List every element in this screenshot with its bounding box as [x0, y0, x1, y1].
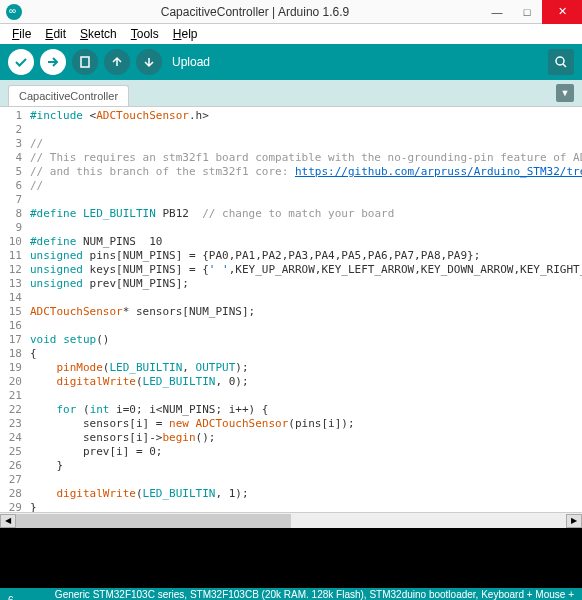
upload-button[interactable]	[40, 49, 66, 75]
code-line[interactable]: unsigned pins[NUM_PINS] = {PA0,PA1,PA2,P…	[30, 249, 578, 263]
code-line[interactable]: // and this branch of the stm32f1 core: …	[30, 165, 578, 179]
code-line[interactable]	[30, 123, 578, 137]
svg-point-1	[556, 57, 564, 65]
line-number: 18	[0, 347, 22, 361]
code-line[interactable]: digitalWrite(LED_BUILTIN, 1);	[30, 487, 578, 501]
line-number: 15	[0, 305, 22, 319]
code-line[interactable]: unsigned keys[NUM_PINS] = {' ',KEY_UP_AR…	[30, 263, 578, 277]
line-number: 10	[0, 235, 22, 249]
console-output	[0, 528, 582, 588]
statusbar: 6 Generic STM32F103C series, STM32F103CB…	[0, 588, 582, 600]
code-line[interactable]: sensors[i]->begin();	[30, 431, 578, 445]
line-number: 4	[0, 151, 22, 165]
code-line[interactable]: prev[i] = 0;	[30, 445, 578, 459]
window-controls: — □ ✕	[482, 0, 582, 24]
line-number: 2	[0, 123, 22, 137]
code-line[interactable]	[30, 291, 578, 305]
arrow-right-icon	[46, 55, 60, 69]
tabbar: CapacitiveController ▼	[0, 80, 582, 106]
code-line[interactable]: }	[30, 459, 578, 473]
scroll-thumb[interactable]	[16, 514, 291, 528]
line-number: 8	[0, 207, 22, 221]
menu-tools[interactable]: Tools	[125, 25, 165, 43]
maximize-button[interactable]: □	[512, 0, 542, 24]
line-number: 7	[0, 193, 22, 207]
save-button[interactable]	[136, 49, 162, 75]
minimize-button[interactable]: —	[482, 0, 512, 24]
code-line[interactable]: ADCTouchSensor* sensors[NUM_PINS];	[30, 305, 578, 319]
line-number: 14	[0, 291, 22, 305]
code-line[interactable]	[30, 193, 578, 207]
close-button[interactable]: ✕	[542, 0, 582, 24]
window-title: CapacitiveController | Arduino 1.6.9	[28, 5, 482, 19]
code-line[interactable]: #include <ADCTouchSensor.h>	[30, 109, 578, 123]
code-line[interactable]: pinMode(LED_BUILTIN, OUTPUT);	[30, 361, 578, 375]
arduino-app-icon	[6, 4, 22, 20]
code-line[interactable]	[30, 389, 578, 403]
new-button[interactable]	[72, 49, 98, 75]
tab-main[interactable]: CapacitiveController	[8, 85, 129, 106]
upload-label: Upload	[172, 55, 210, 69]
code-line[interactable]: // This requires an stm32f1 board compat…	[30, 151, 578, 165]
editor[interactable]: 1234567891011121314151617181920212223242…	[0, 106, 582, 512]
line-number: 3	[0, 137, 22, 151]
code-line[interactable]	[30, 319, 578, 333]
tab-menu-button[interactable]: ▼	[556, 84, 574, 102]
code-line[interactable]: #define LED_BUILTIN PB12 // change to ma…	[30, 207, 578, 221]
line-number: 26	[0, 459, 22, 473]
line-number: 9	[0, 221, 22, 235]
code-line[interactable]: //	[30, 179, 578, 193]
line-number: 27	[0, 473, 22, 487]
serial-monitor-button[interactable]	[548, 49, 574, 75]
line-number: 20	[0, 375, 22, 389]
code-line[interactable]: unsigned prev[NUM_PINS];	[30, 277, 578, 291]
line-number: 1	[0, 109, 22, 123]
toolbar: Upload	[0, 44, 582, 80]
check-icon	[14, 55, 28, 69]
line-number: 21	[0, 389, 22, 403]
verify-button[interactable]	[8, 49, 34, 75]
scroll-right-button[interactable]: ▶	[566, 514, 582, 528]
code-line[interactable]: {	[30, 347, 578, 361]
line-number: 29	[0, 501, 22, 512]
line-number: 16	[0, 319, 22, 333]
menubar: File Edit Sketch Tools Help	[0, 24, 582, 44]
line-number: 5	[0, 165, 22, 179]
code-line[interactable]	[30, 473, 578, 487]
code-line[interactable]: #define NUM_PINS 10	[30, 235, 578, 249]
svg-line-2	[563, 64, 566, 67]
code-area[interactable]: #include <ADCTouchSensor.h> //// This re…	[26, 107, 582, 512]
menu-edit[interactable]: Edit	[39, 25, 72, 43]
status-line-number: 6	[8, 595, 28, 601]
code-line[interactable]: }	[30, 501, 578, 512]
line-number: 25	[0, 445, 22, 459]
code-line[interactable]: digitalWrite(LED_BUILTIN, 0);	[30, 375, 578, 389]
line-number: 22	[0, 403, 22, 417]
line-number: 28	[0, 487, 22, 501]
code-line[interactable]: for (int i=0; i<NUM_PINS; i++) {	[30, 403, 578, 417]
line-number: 13	[0, 277, 22, 291]
menu-help[interactable]: Help	[167, 25, 204, 43]
scroll-left-button[interactable]: ◀	[0, 514, 16, 528]
menu-file[interactable]: File	[6, 25, 37, 43]
line-gutter: 1234567891011121314151617181920212223242…	[0, 107, 26, 512]
line-number: 12	[0, 263, 22, 277]
arrow-up-icon	[111, 56, 123, 68]
line-number: 6	[0, 179, 22, 193]
line-number: 19	[0, 361, 22, 375]
code-line[interactable]: //	[30, 137, 578, 151]
line-number: 23	[0, 417, 22, 431]
code-line[interactable]	[30, 221, 578, 235]
file-icon	[79, 56, 91, 68]
titlebar: CapacitiveController | Arduino 1.6.9 — □…	[0, 0, 582, 24]
open-button[interactable]	[104, 49, 130, 75]
arrow-down-icon	[143, 56, 155, 68]
code-line[interactable]: void setup()	[30, 333, 578, 347]
menu-sketch[interactable]: Sketch	[74, 25, 123, 43]
line-number: 11	[0, 249, 22, 263]
status-board-info: Generic STM32F103C series, STM32F103CB (…	[28, 589, 574, 600]
line-number: 17	[0, 333, 22, 347]
scroll-track[interactable]	[16, 514, 566, 528]
horizontal-scrollbar: ◀ ▶	[0, 512, 582, 528]
code-line[interactable]: sensors[i] = new ADCTouchSensor(pins[i])…	[30, 417, 578, 431]
